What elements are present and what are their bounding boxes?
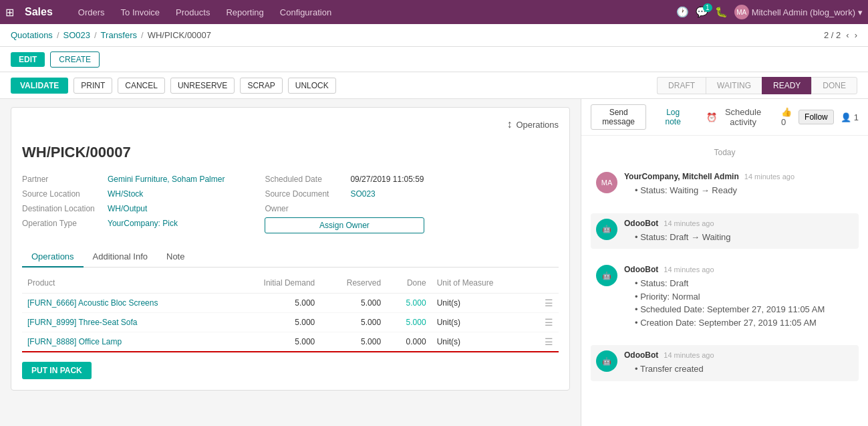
initial-demand-cell: 5.000 — [229, 332, 320, 352]
assign-owner-button[interactable]: Assign Owner — [265, 217, 424, 233]
panel-right-icons: 👍 0 Follow 👤 1 — [781, 107, 859, 127]
message-avatar: MA — [596, 172, 617, 193]
scrap-button[interactable]: SCRAP — [240, 78, 282, 94]
tabs: Operations Additional Info Note — [22, 247, 559, 268]
chat-icon[interactable]: 💬 1 — [696, 6, 708, 18]
tab-additional-info[interactable]: Additional Info — [84, 247, 157, 268]
nav-reporting[interactable]: Reporting — [219, 5, 270, 20]
op-type-value[interactable]: YourCompany: Pick — [108, 219, 178, 228]
message-body: YourCompany, Mitchell Admin14 minutes ag… — [624, 172, 853, 197]
edit-button[interactable]: EDIT — [11, 52, 45, 67]
partner-value[interactable]: Gemini Furniture, Soham Palmer — [108, 175, 225, 184]
nav-products[interactable]: Products — [169, 5, 216, 20]
doc-title: WH/PICK/00007 — [22, 144, 559, 161]
form-col-left: Partner Gemini Furniture, Soham Palmer S… — [22, 175, 225, 233]
row-detail-icon[interactable]: ☰ — [530, 332, 559, 352]
nav-orders[interactable]: Orders — [71, 5, 112, 20]
source-doc-value[interactable]: SO023 — [350, 189, 375, 199]
tab-note[interactable]: Note — [157, 247, 194, 268]
product-cell[interactable]: [FURN_8888] Office Lamp — [22, 332, 229, 352]
sched-date-row: Scheduled Date 09/27/2019 11:05:59 — [265, 175, 424, 184]
product-cell[interactable]: [FURN_8999] Three-Seat Sofa — [22, 313, 229, 332]
done-cell[interactable]: 5.000 — [386, 313, 432, 332]
nav-links: Orders To Invoice Products Reporting Con… — [71, 5, 668, 20]
page-next-icon[interactable]: › — [855, 30, 857, 40]
breadcrumb-transfers[interactable]: Transfers — [101, 30, 137, 40]
row-detail-icon[interactable]: ☰ — [530, 313, 559, 332]
unlock-button[interactable]: UNLOCK — [288, 78, 336, 94]
message-avatar: 🤖 — [596, 265, 617, 286]
print-button[interactable]: PRINT — [74, 78, 112, 94]
initial-demand-cell: 5.000 — [229, 294, 320, 313]
uom-cell: Unit(s) — [432, 313, 531, 332]
form-fields: Partner Gemini Furniture, Soham Palmer S… — [22, 175, 559, 233]
uom-cell: Unit(s) — [432, 332, 531, 352]
message-content: • Status: Draft• Priority: Normal• Sched… — [624, 277, 853, 329]
message-author[interactable]: YourCompany, Mitchell Admin — [624, 172, 739, 181]
message-block: MAYourCompany, Mitchell Admin14 minutes … — [591, 167, 859, 203]
log-note-button[interactable]: Log note — [654, 105, 692, 129]
message-author[interactable]: OdooBot — [624, 219, 658, 228]
cancel-button[interactable]: CANCEL — [118, 78, 165, 94]
messages-area: Today MAYourCompany, Mitchell Admin14 mi… — [581, 136, 868, 426]
left-content: ↕ Operations WH/PICK/00007 Partner Gemin… — [0, 99, 581, 426]
status-ready[interactable]: READY — [762, 77, 811, 94]
nav-right: 🕐 💬 1 🐛 MA Mitchell Admin (blog_work) ▾ — [676, 5, 863, 19]
action-bar: VALIDATE PRINT CANCEL UNRESERVE SCRAP UN… — [0, 72, 868, 99]
clock-icon[interactable]: 🕐 — [676, 6, 689, 18]
follow-button[interactable]: Follow — [799, 110, 834, 124]
user-menu[interactable]: MA Mitchell Admin (blog_work) ▾ — [734, 5, 863, 19]
ops-toggle-icon: ↕ — [507, 118, 512, 130]
unreserve-button[interactable]: UNRESERVE — [170, 78, 235, 94]
status-waiting[interactable]: WAITING — [706, 77, 762, 94]
partner-row: Partner Gemini Furniture, Soham Palmer — [22, 175, 225, 184]
done-cell[interactable]: 5.000 — [386, 294, 432, 313]
schedule-label: Schedule activity — [720, 107, 766, 127]
dest-loc-row: Destination Location WH/Output — [22, 204, 225, 213]
row-detail-icon[interactable]: ☰ — [530, 294, 559, 313]
right-panel: Send message Log note ⏰ Schedule activit… — [581, 99, 868, 426]
product-cell[interactable]: [FURN_6666] Acoustic Bloc Screens — [22, 294, 229, 313]
main-layout: ↕ Operations WH/PICK/00007 Partner Gemin… — [0, 99, 868, 426]
create-button[interactable]: CREATE — [50, 51, 100, 68]
send-message-button[interactable]: Send message — [591, 104, 646, 130]
put-in-pack-button[interactable]: PUT IN PACK — [22, 362, 92, 379]
apps-icon[interactable]: ⊞ — [5, 6, 14, 19]
nav-configuration[interactable]: Configuration — [273, 5, 338, 20]
breadcrumb-current: WH/PICK/00007 — [148, 30, 211, 40]
dest-loc-label: Destination Location — [22, 204, 102, 213]
col-product: Product — [22, 276, 229, 294]
message-author[interactable]: OdooBot — [624, 350, 658, 360]
ops-toggle[interactable]: ↕ Operations — [507, 118, 559, 130]
right-panel-header: Send message Log note ⏰ Schedule activit… — [581, 99, 868, 136]
done-cell[interactable]: 0.000 — [386, 332, 432, 352]
nav-to-invoice[interactable]: To Invoice — [114, 5, 167, 20]
owner-section: Owner Assign Owner — [265, 204, 424, 233]
status-done[interactable]: DONE — [811, 77, 857, 94]
reserved-cell: 5.000 — [320, 294, 386, 313]
likes-section[interactable]: 👍 0 — [781, 107, 792, 127]
followers-icon: 👤 — [841, 112, 851, 122]
sched-date-value: 09/27/2019 11:05:59 — [350, 175, 424, 184]
source-doc-row: Source Document SO023 — [265, 189, 424, 199]
message-content: • Status: Waiting → Ready — [624, 184, 853, 197]
breadcrumb-so023[interactable]: SO023 — [63, 30, 90, 40]
page-nav-section: 2 / 2 ‹ › — [824, 30, 857, 40]
message-body: OdooBot14 minutes ago• Status: Draft → W… — [624, 219, 853, 244]
tab-operations[interactable]: Operations — [22, 247, 84, 268]
status-pills: DRAFT WAITING READY DONE — [657, 77, 857, 94]
source-loc-value[interactable]: WH/Stock — [108, 189, 143, 199]
validate-button[interactable]: VALIDATE — [11, 78, 68, 94]
table-row: [FURN_8999] Three-Seat Sofa5.0005.0005.0… — [22, 313, 559, 332]
bug-icon[interactable]: 🐛 — [715, 6, 728, 18]
col-uom: Unit of Measure — [432, 276, 531, 294]
page-prev-icon[interactable]: ‹ — [846, 30, 849, 40]
uom-cell: Unit(s) — [432, 294, 531, 313]
status-draft[interactable]: DRAFT — [657, 77, 706, 94]
message-author[interactable]: OdooBot — [624, 265, 658, 274]
initial-demand-cell: 5.000 — [229, 313, 320, 332]
source-loc-label: Source Location — [22, 189, 102, 199]
schedule-activity-button[interactable]: ⏰ Schedule activity — [700, 104, 773, 130]
breadcrumb-quotations[interactable]: Quotations — [11, 30, 53, 40]
dest-loc-value[interactable]: WH/Output — [108, 204, 147, 213]
